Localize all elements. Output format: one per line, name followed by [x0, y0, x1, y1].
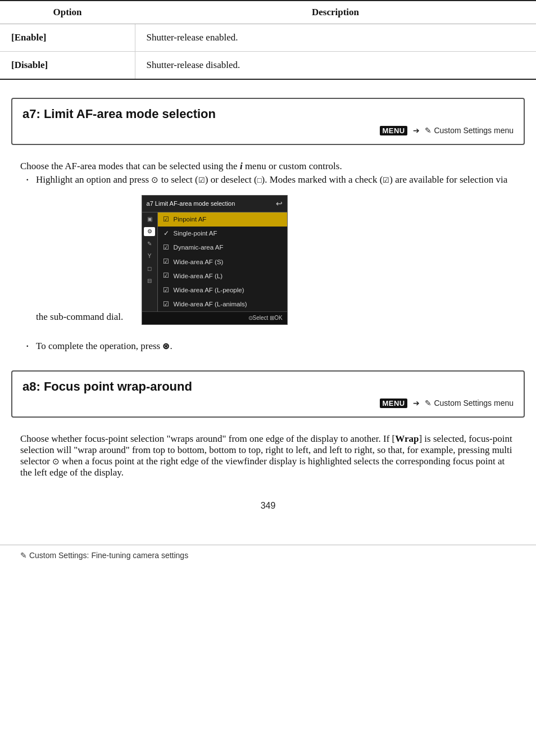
footer-left: ✎ Custom Settings: Fine-tuning camera se…: [20, 551, 188, 560]
check-icon: ☑: [162, 270, 170, 281]
check-icon: ☑: [162, 214, 170, 225]
back-icon: ↩: [276, 197, 283, 210]
table-col2-header: Description: [135, 1, 536, 24]
pencil-icon: ✎: [425, 399, 431, 408]
camera-menu-header-label: a7 Limit AF-area mode selection: [147, 199, 235, 209]
section-a7-content: Choose the AF-area modes that can be sel…: [0, 161, 536, 354]
check-icon: ☑: [162, 285, 170, 296]
camera-menu-icons: ▣ ⚙ ✎ Y ◻ ⊟: [142, 212, 158, 311]
section-a7-title: a7: Limit AF-area mode selection: [22, 107, 514, 121]
table-cell-description: Shutter-release enabled.: [135, 24, 536, 52]
table-row: [Disable] Shutter-release disabled.: [0, 52, 536, 80]
icon-6: ⊟: [144, 277, 155, 286]
section-a8: a8: Focus point wrap-around MENU ➔ ✎ Cus…: [11, 370, 525, 418]
camera-menu-header: a7 Limit AF-area mode selection ↩: [142, 196, 287, 212]
menu-item-label: Wide-area AF (L): [174, 271, 223, 281]
check-icon: ☑: [162, 299, 170, 310]
menu-item-singlepoint: ✓ Single-point AF: [158, 227, 287, 241]
section-a8-menu-path: MENU ➔ ✎ Custom Settings menu: [22, 399, 514, 408]
section-a7-menu-path: MENU ➔ ✎ Custom Settings menu: [22, 126, 514, 135]
menu-item-label: Single-point AF: [174, 228, 217, 238]
section-a8-body: Choose whether focus-point selection "wr…: [20, 433, 516, 478]
camera-menu-footer: ⊙Select ⊞OK: [142, 311, 287, 324]
section-a7-intro: Choose the AF-area modes that can be sel…: [20, 161, 516, 172]
icon-5: ◻: [144, 264, 155, 273]
bullet-item-2: To complete the operation, press ⊛.: [20, 338, 516, 354]
table-cell-option: [Enable]: [0, 24, 135, 52]
menu-keyword: MENU: [380, 399, 407, 408]
table-col1-header: Option: [0, 1, 135, 24]
icon-2-active: ⚙: [144, 227, 155, 236]
menu-item-label: Wide-area AF (L-people): [174, 285, 244, 295]
menu-item-pinpoint: ☑ Pinpoint AF: [158, 212, 287, 227]
table-cell-option: [Disable]: [0, 52, 135, 80]
section-a8-title: a8: Focus point wrap-around: [22, 379, 514, 394]
icon-1: ▣: [144, 215, 155, 224]
menu-item-label: Wide-area AF (L-animals): [174, 299, 247, 309]
camera-menu-body: ▣ ⚙ ✎ Y ◻ ⊟ ☑ Pinpoint AF ✓: [142, 212, 287, 311]
camera-menu-items: ☑ Pinpoint AF ✓ Single-point AF ☑ Dynami…: [158, 212, 287, 311]
check-icon: ✓: [162, 228, 170, 239]
menu-keyword: MENU: [380, 126, 407, 135]
icon-4: Y: [144, 252, 155, 261]
menu-arrow: ➔: [413, 399, 420, 408]
camera-menu-screenshot: a7 Limit AF-area mode selection ↩ ▣ ⚙ ✎ …: [142, 195, 288, 325]
check-icon: ☑: [162, 256, 170, 267]
check-icon: ☑: [162, 242, 170, 253]
menu-item-dynamic: ☑ Dynamic-area AF: [158, 241, 287, 255]
table-cell-description: Shutter-release disabled.: [135, 52, 536, 80]
menu-item-wide-lanimals: ☑ Wide-area AF (L-animals): [158, 297, 287, 311]
footer-ok: ⊞OK: [270, 315, 282, 321]
menu-item-label: Wide-area AF (S): [174, 257, 224, 267]
table-row: [Enable] Shutter-release enabled.: [0, 24, 536, 52]
option-table: Option Description [Enable] Shutter-rele…: [0, 0, 536, 80]
option-label: [Disable]: [11, 60, 48, 70]
icon-3: ✎: [144, 239, 155, 248]
menu-item-wide-lpeople: ☑ Wide-area AF (L-people): [158, 283, 287, 297]
menu-item-label: Dynamic-area AF: [174, 242, 224, 252]
section-a8-content: Choose whether focus-point selection "wr…: [0, 433, 536, 478]
footer-select: ⊙Select: [248, 315, 269, 321]
menu-item-label: Pinpoint AF: [174, 214, 207, 224]
bullet-item-1: Highlight an option and press ⊙ to selec…: [20, 172, 516, 333]
bullet-list: Highlight an option and press ⊙ to selec…: [20, 172, 516, 354]
menu-item-wide-l: ☑ Wide-area AF (L): [158, 269, 287, 283]
page-number: 349: [0, 501, 536, 511]
pencil-icon: ✎: [425, 126, 431, 135]
section-a7: a7: Limit AF-area mode selection MENU ➔ …: [11, 98, 525, 145]
menu-item-wide-s: ☑ Wide-area AF (S): [158, 255, 287, 269]
option-label: [Enable]: [11, 32, 46, 43]
menu-arrow: ➔: [413, 126, 420, 135]
